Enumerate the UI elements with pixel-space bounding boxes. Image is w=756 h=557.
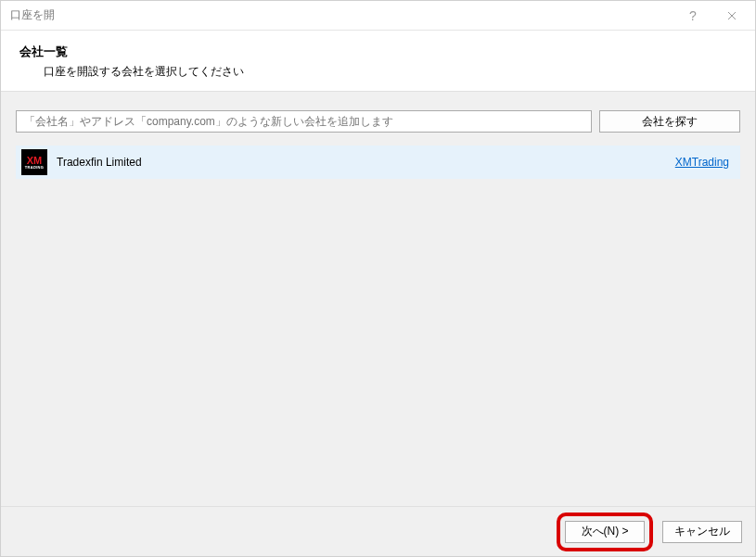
search-row: 会社を探す: [16, 110, 740, 133]
title-bar: 口座を開 ?: [1, 1, 755, 31]
cancel-button[interactable]: キャンセル: [662, 521, 742, 543]
close-button[interactable]: [712, 2, 751, 30]
company-logo-icon: XM TRADING: [21, 149, 47, 175]
company-list: XM TRADING Tradexfin Limited XMTrading: [16, 146, 740, 179]
company-name: Tradexfin Limited: [57, 156, 142, 169]
window-title: 口座を開: [10, 7, 55, 23]
page-subtitle: 口座を開設する会社を選択してください: [19, 64, 737, 80]
page-title: 会社一覧: [19, 44, 737, 60]
company-row[interactable]: XM TRADING Tradexfin Limited XMTrading: [16, 146, 740, 179]
help-button[interactable]: ?: [673, 2, 712, 30]
close-icon: [727, 11, 737, 20]
search-button[interactable]: 会社を探す: [599, 110, 740, 133]
next-button-highlight: 次へ(N) >: [557, 513, 653, 551]
search-input[interactable]: [16, 110, 592, 133]
content-area: 会社を探す XM TRADING Tradexfin Limited XMTra…: [1, 92, 755, 512]
company-left: XM TRADING Tradexfin Limited: [21, 149, 142, 175]
next-button[interactable]: 次へ(N) >: [565, 521, 645, 543]
header-section: 会社一覧 口座を開設する会社を選択してください: [1, 31, 755, 92]
company-link[interactable]: XMTrading: [675, 156, 729, 169]
footer-bar: 次へ(N) > キャンセル: [1, 506, 755, 556]
title-bar-controls: ?: [673, 2, 751, 30]
